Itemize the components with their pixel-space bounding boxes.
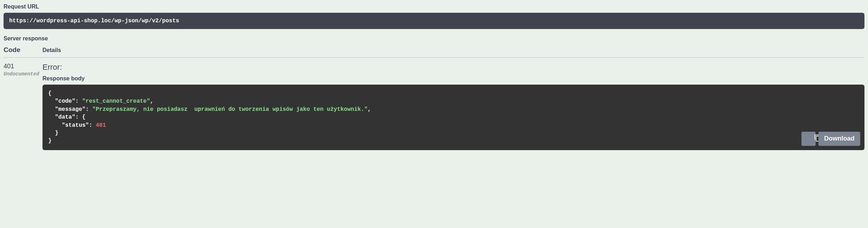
details-column-header: Details xyxy=(42,47,61,53)
server-response-section: Server response Code Details 401 Undocum… xyxy=(4,35,864,150)
download-button[interactable]: Download xyxy=(818,132,860,146)
json-message-key: "message" xyxy=(55,106,85,113)
clipboard-icon xyxy=(795,129,822,148)
undocumented-label: Undocumented xyxy=(4,71,42,77)
json-status-value: 401 xyxy=(96,122,106,129)
code-column-header: Code xyxy=(4,46,21,53)
request-url-label: Request URL xyxy=(4,4,864,10)
status-code: 401 xyxy=(4,63,42,70)
json-data-key: "data" xyxy=(55,114,75,120)
error-label: Error: xyxy=(42,63,864,72)
copy-button[interactable] xyxy=(801,132,816,146)
response-actions: Download xyxy=(801,132,860,146)
json-status-key: "status" xyxy=(62,122,89,129)
request-url-value: https://wordpress-api-shop.loc/wp-json/w… xyxy=(4,13,864,29)
json-code-value: "rest_cannot_create" xyxy=(82,98,150,104)
json-message-value: "Przepraszamy, nie posiadasz uprawnień d… xyxy=(92,106,368,113)
response-row: 401 Undocumented Error: Response body { … xyxy=(4,63,864,150)
server-response-label: Server response xyxy=(4,35,864,42)
response-header-row: Code Details xyxy=(4,46,864,58)
response-body-json: { "code": "rest_cannot_create", "message… xyxy=(42,85,864,150)
response-body-label: Response body xyxy=(42,75,864,82)
request-url-section: Request URL https://wordpress-api-shop.l… xyxy=(4,4,864,29)
json-code-key: "code" xyxy=(55,98,75,104)
